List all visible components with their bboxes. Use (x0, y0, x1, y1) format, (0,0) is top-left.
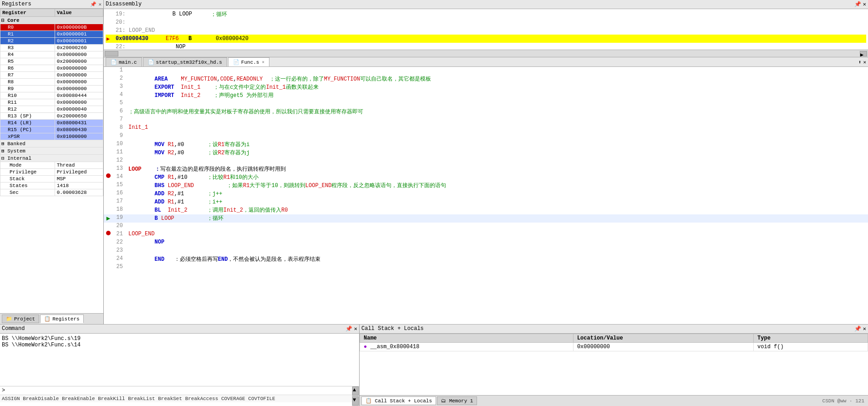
line-content-3: EXPORT Init_1 ；与在c文件中定义的Init_1函数关联起来 (127, 83, 868, 91)
core-group: ⊟ Core (0, 17, 103, 24)
line-num-24: 24 (113, 255, 127, 262)
line-content-15: BHS LOOP_END ；如果R1大于等于10，则跳转到LOOP_END程序段… (127, 182, 868, 189)
tab-project[interactable]: 📁 Project (2, 315, 39, 323)
command-input-row[interactable]: > (0, 386, 352, 395)
reg-val-R6: 0x00000000 (55, 65, 103, 72)
callstack-scroll[interactable]: Name Location/Value Type ● __asm_0x80004… (360, 334, 868, 395)
current-arrow: ▶ (107, 214, 110, 222)
line-num-15: 15 (113, 182, 127, 188)
reg-val-xPSR: 0x01000000 (55, 133, 103, 140)
reg-name-R10: R10 (0, 92, 55, 99)
tree-toggle-system[interactable]: ⊞ (1, 148, 5, 154)
breakpoint-dot[interactable] (106, 231, 111, 235)
disassembly-pin-icon[interactable]: 📌 (854, 1, 861, 8)
tree-toggle-core[interactable]: ⊟ (1, 18, 5, 23)
code-content[interactable]: 12 AREA MY_FUNCTION,CODE,READONLY ；这一行必有… (104, 67, 868, 324)
callstack-table: Name Location/Value Type ● __asm_0x80004… (360, 334, 868, 351)
right-area: Disassembly 📌 ✕ 19: B LOOP ；循环 20: (104, 0, 868, 324)
line-num-2: 2 (113, 75, 127, 81)
reg-val-R5: 0x20000000 (55, 58, 103, 65)
funcs-icon: 📄 (233, 59, 239, 65)
reg-name-R13--SP-: R13 (SP) (0, 113, 55, 120)
registers-close-icon[interactable]: ✕ (98, 1, 102, 7)
tab-project-label: Project (14, 316, 35, 322)
code-line-22: 22 NOP (104, 239, 868, 247)
line-num-11: 11 (113, 149, 127, 155)
col-value: Value (55, 9, 103, 17)
reg-val-R1: 0x00000001 (55, 31, 103, 38)
reg-name-R9: R9 (0, 86, 55, 92)
tab-registers[interactable]: 📋 Registers (40, 315, 83, 323)
project-icon: 📁 (6, 316, 12, 322)
internal-mode: Mode (0, 162, 55, 169)
command-panel: Command 📌 ✕ BS \\HomeWork2\Func.s\19BS \… (0, 325, 360, 406)
reg-name-R3: R3 (0, 45, 55, 51)
tab-startup-label: startup_stm32f10x_hd.s (156, 60, 222, 65)
tab-main-c[interactable]: 📄 main.c (106, 57, 142, 66)
code-tab-expand-icon[interactable]: ⬆ (858, 59, 862, 65)
tab-startup[interactable]: 📄 startup_stm32f10x_hd.s (143, 57, 227, 66)
reg-name-R2: R2 (0, 38, 55, 45)
line-num-16: 16 (113, 190, 127, 196)
pin-icon[interactable]: 📌 (90, 1, 96, 7)
command-close-icon[interactable]: ✕ (354, 325, 357, 332)
command-input[interactable] (7, 387, 350, 394)
disassembly-close-icon[interactable]: ✕ (863, 1, 866, 8)
callstack-close-icon[interactable]: ✕ (863, 325, 866, 332)
tab-callstack[interactable]: 📋 Call Stack + Locals (361, 396, 436, 405)
tab-memory1-label: Memory 1 (449, 398, 473, 404)
command-scrollbar[interactable]: ▲ ▼ (352, 386, 359, 406)
tab-registers-label: Registers (52, 316, 79, 322)
tree-toggle-internal[interactable]: ⊟ (1, 156, 5, 161)
breakpoint-dot[interactable] (106, 173, 111, 178)
command-pin-icon[interactable]: 📌 (345, 325, 352, 332)
line-content-21: LOOP_END (127, 231, 868, 237)
reg-val-R15--PC-: 0x08000430 (55, 127, 103, 133)
reg-val-R2: 0x00000001 (55, 38, 103, 45)
line-content-17: ADD R1,#1 ；i++ (127, 198, 868, 206)
code-line-7: 7 (104, 116, 868, 124)
disasm-line-current: ▶ 0x08000430 E7F6 B 0x08000420 (106, 35, 866, 43)
tab-memory1[interactable]: 🗂 Memory 1 (437, 396, 477, 405)
line-num-8: 8 (113, 124, 127, 131)
command-prompt: > (2, 387, 5, 394)
code-line-17: 17 ADD R1,#1 ；i++ (104, 198, 868, 206)
callstack-name: __asm_0x8000418 (370, 344, 419, 350)
code-line-15: 15 BHS LOOP_END ；如果R1大于等于10，则跳转到LOOP_END… (104, 182, 868, 190)
line-num-17: 17 (113, 198, 127, 204)
reg-val-R14--LR-: 0x08000431 (55, 120, 103, 127)
tab-funcs[interactable]: 📄 Func.s ✕ (228, 57, 269, 66)
command-output-line: BS \\HomeWork2\Func.s\19 (2, 335, 357, 342)
line-content-14: CMP R1,#10 ；比较R1和10的大小 (127, 173, 868, 181)
line-num-23: 23 (113, 247, 127, 254)
funcs-close-icon[interactable]: ✕ (262, 60, 264, 65)
cmd-scroll-down[interactable]: ▼ (352, 396, 359, 406)
internal-val-sec: 0.00003628 (55, 189, 103, 196)
reg-val-R0: 0x0000000B (55, 24, 103, 31)
disasm-scroll-thumb[interactable] (105, 51, 118, 56)
internal-group: ⊟ Internal (0, 155, 103, 162)
code-line-8: 8Init_1 (104, 124, 868, 132)
system-group: ⊞ System (0, 147, 103, 155)
line-content-2: AREA MY_FUNCTION,CODE,READONLY ；这一行必有的，除… (127, 75, 868, 83)
reg-name-R7: R7 (0, 72, 55, 79)
code-line-5: 5 (104, 100, 868, 108)
disasm-scroll-right[interactable]: ▶ (860, 51, 867, 56)
reg-name-R14--LR-: R14 (LR) (0, 120, 55, 127)
line-num-5: 5 (113, 100, 127, 106)
registers-scroll[interactable]: Register Value ⊟ Core R0 0x0000000BR1 0x… (0, 9, 103, 313)
tree-toggle-banked[interactable]: ⊞ (1, 141, 5, 147)
disassembly-content[interactable]: 19: B LOOP ；循环 20: 21: LOOP_END ▶ 0x0800… (104, 9, 868, 50)
cmd-scroll-up[interactable]: ▲ (352, 386, 359, 396)
command-title: Command (2, 325, 25, 332)
line-num-13: 13 (113, 165, 127, 172)
code-tab-close-icon[interactable]: ✕ (863, 59, 866, 65)
banked-group: ⊞ Banked (0, 140, 103, 147)
reg-val-R7: 0x00000000 (55, 72, 103, 79)
col-type: Type (754, 334, 868, 343)
startup-icon: 📄 (148, 59, 154, 65)
reg-name-R5: R5 (0, 58, 55, 65)
callstack-pin-icon[interactable]: 📌 (854, 325, 861, 332)
disasm-scrollbar[interactable]: ▶ (104, 50, 868, 57)
command-output-line: BS \\HomeWork2\Func.s\14 (2, 342, 357, 348)
